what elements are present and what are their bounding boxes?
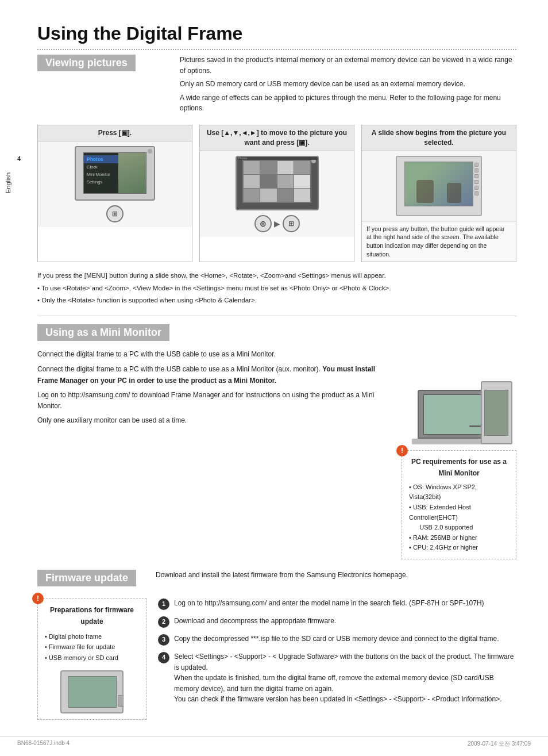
pc-req-items: • OS: Windows XP SP2, Vista(32bit) • USB… <box>409 482 509 553</box>
pc-req-title: PC requirements for use as a Mini Monito… <box>409 456 509 478</box>
step-2-header: Use [▲,▼,◄,►] to move to the picture you… <box>200 125 354 151</box>
step-box-3: A slide show begins from the picture you… <box>361 125 516 262</box>
step-1-header: Press [▣]. <box>38 125 192 141</box>
firmware-section: Firmware update Download and install the… <box>37 570 516 720</box>
mini-monitor-img-col: ! PC requirements for use as a Mini Moni… <box>402 364 516 559</box>
step-3-img <box>362 151 516 221</box>
firmware-section-header: Firmware update <box>37 570 136 586</box>
firmware-header-row: Firmware update Download and install the… <box>37 570 516 592</box>
step-2-img: Photos ⊕ ▶ ⊞ <box>200 151 354 237</box>
main-title: Using the Digital Frame <box>37 23 516 50</box>
pc-req-item-1: • OS: Windows XP SP2, Vista(32bit) <box>409 482 509 502</box>
mini-monitor-text: Connect the digital frame to a PC with t… <box>37 364 391 559</box>
firmware-header-col: Firmware update <box>37 570 146 592</box>
prep-item-3: • USB memory or SD card <box>45 653 139 663</box>
step-1-img: Photos Clock Mini Monitor Settings ⊞ <box>38 141 192 227</box>
firmware-prep-items: • Digital photo frame • Firmware file fo… <box>45 631 139 663</box>
viewing-desc1: Pictures saved in the product's internal… <box>180 55 516 76</box>
firmware-desc: Download and install the latest firmware… <box>156 570 516 581</box>
step-3-footer: If you press any button, the button guid… <box>362 221 516 262</box>
page: English 4 Using the Digital Frame Viewin… <box>0 0 548 756</box>
laptop-illustration <box>406 364 512 444</box>
mini-monitor-para1: Connect the digital frame to a PC with t… <box>37 364 391 386</box>
firmware-prep-box: ! Preparations for firmware update • Dig… <box>37 598 146 720</box>
firmware-prep-title: Preparations for firmware update <box>45 604 139 628</box>
mini-monitor-section: Using as a Mini Monitor Connect the digi… <box>37 324 516 559</box>
step-box-1: Press [▣]. Photos Clock Mini Monitor Set… <box>37 125 192 262</box>
fw-step-1-num: 1 <box>158 598 169 610</box>
pc-req-item-3: • RAM: 256MB or higher <box>409 533 509 543</box>
fw-step-3-text: Copy the decompressed ***.isp file to th… <box>174 634 516 644</box>
viewing-desc-col: Pictures saved in the product's internal… <box>180 55 516 117</box>
press-button-icon: ⊞ <box>106 205 124 222</box>
viewing-notes: If you press the [MENU] button during a … <box>37 270 516 305</box>
viewing-header-col: Viewing pictures <box>37 55 169 117</box>
fw-step-4-num: 4 <box>158 652 169 663</box>
pc-req-item-2: • USB: Extended Host Controller(EHCT) US… <box>409 502 509 533</box>
fw-step-2-num: 2 <box>158 616 169 628</box>
fw-step-2: 2 Download and decompress the appropriat… <box>158 616 516 628</box>
fw-step-1-text: Log on to http://samsung.com/ and enter … <box>174 598 516 609</box>
side-label: English <box>5 172 11 193</box>
pc-req-box: ! PC requirements for use as a Mini Moni… <box>402 450 516 559</box>
pc-req-item-4: • CPU: 2.4GHz or higher <box>409 543 509 553</box>
fw-step-3-num: 3 <box>158 634 169 646</box>
viewing-desc3: A wide range of effects can be applied t… <box>180 93 516 114</box>
viewing-section: Viewing pictures Pictures saved in the p… <box>37 55 516 117</box>
firmware-content-row: ! Preparations for firmware update • Dig… <box>37 598 516 720</box>
step-box-2: Use [▲,▼,◄,►] to move to the picture you… <box>199 125 354 262</box>
page-footer: BN68-01567J.indb 4 2009-07-14 오전 3:47:09 <box>0 736 548 748</box>
footer-right: 2009-07-14 오전 3:47:09 <box>468 740 531 748</box>
viewing-note1: If you press the [MENU] button during a … <box>37 270 516 281</box>
firmware-steps: 1 Log on to http://samsung.com/ and ente… <box>158 598 516 720</box>
viewing-section-header: Viewing pictures <box>37 55 136 71</box>
mini-monitor-header: Using as a Mini Monitor <box>37 324 169 341</box>
prep-item-2: • Firmware file for update <box>45 642 139 653</box>
viewing-desc2: Only an SD memory card or USB memory dev… <box>180 79 516 90</box>
viewing-note2: • To use <Rotate> and <Zoom>, <View Mode… <box>37 283 516 293</box>
mini-monitor-para2: Log on to http://samsung.com/ to downloa… <box>37 390 391 412</box>
step-3-header: A slide show begins from the picture you… <box>362 125 516 151</box>
camera-illustration <box>45 670 139 713</box>
viewing-note3: • Only the <Rotate> function is supporte… <box>37 295 516 305</box>
footer-left: BN68-01567J.indb 4 <box>17 740 70 748</box>
divider-1 <box>37 316 516 316</box>
firmware-warning-icon: ! <box>32 593 44 604</box>
page-number: 4 <box>17 155 21 162</box>
fw-step-4-text: Select <Settings> - <Support> - < Upgrad… <box>174 651 516 705</box>
fw-step-1: 1 Log on to http://samsung.com/ and ente… <box>158 598 516 610</box>
fw-step-2-text: Download and decompress the appropriate … <box>174 616 516 627</box>
warning-icon: ! <box>396 445 408 456</box>
fw-step-4: 4 Select <Settings> - <Support> - < Upgr… <box>158 651 516 705</box>
mini-monitor-para3: Only one auxiliary monitor can be used a… <box>37 415 391 426</box>
mini-monitor-intro: Connect the digital frame to a PC with t… <box>37 350 516 358</box>
steps-row: Press [▣]. Photos Clock Mini Monitor Set… <box>37 125 516 262</box>
fw-step-3: 3 Copy the decompressed ***.isp file to … <box>158 634 516 646</box>
mini-monitor-content: Connect the digital frame to a PC with t… <box>37 364 516 559</box>
prep-item-1: • Digital photo frame <box>45 631 139 642</box>
